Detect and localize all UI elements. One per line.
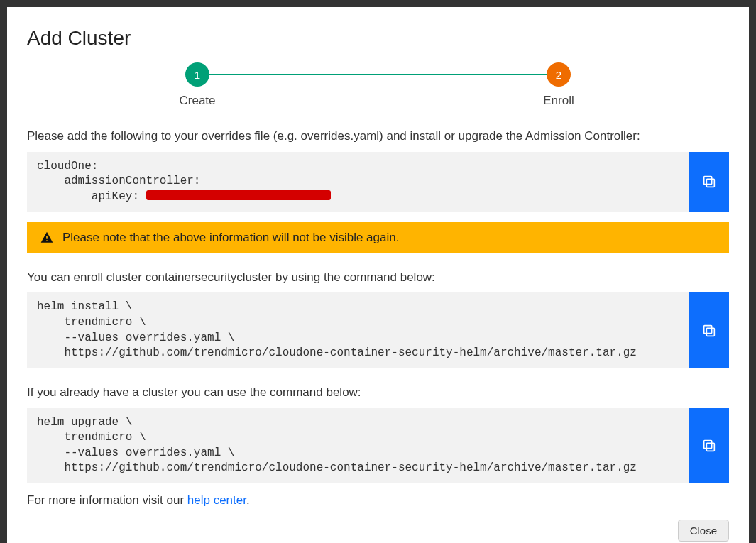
svg-rect-0	[706, 180, 714, 187]
overrides-code-block: cloudOne: admissionController: apiKey:	[27, 152, 729, 212]
step-2-label: Enroll	[543, 94, 574, 108]
svg-rect-1	[704, 177, 712, 185]
enroll-instruction: You can enroll cluster containersecurity…	[27, 269, 729, 286]
svg-rect-6	[706, 443, 714, 451]
install-code-block: helm install \ trendmicro \ --values ove…	[27, 292, 729, 368]
copy-install-button[interactable]	[689, 292, 729, 368]
step-2-circle: 2	[547, 62, 571, 87]
svg-rect-3	[46, 240, 48, 241]
copy-upgrade-button[interactable]	[689, 408, 729, 483]
api-key-redacted	[146, 190, 331, 200]
copy-icon	[701, 323, 717, 339]
copy-icon	[701, 438, 717, 454]
add-cluster-modal: Add Cluster 1 Create 2 Enroll Please add…	[7, 7, 749, 543]
upgrade-code: helm upgrade \ trendmicro \ --values ove…	[27, 408, 689, 483]
svg-rect-4	[706, 328, 714, 336]
copy-overrides-button[interactable]	[689, 152, 729, 212]
help-line: For more information visit our help cent…	[27, 493, 729, 508]
svg-rect-2	[46, 236, 48, 238]
help-center-link[interactable]: help center	[187, 493, 246, 507]
step-enroll: 2 Enroll	[537, 62, 580, 108]
upgrade-code-block: helm upgrade \ trendmicro \ --values ove…	[27, 408, 729, 483]
install-code: helm install \ trendmicro \ --values ove…	[27, 292, 689, 368]
svg-rect-7	[704, 440, 712, 448]
help-suffix: .	[246, 493, 250, 507]
stepper-line	[197, 74, 559, 75]
upgrade-instruction: If you already have a cluster you can us…	[27, 384, 729, 401]
overrides-code: cloudOne: admissionController: apiKey:	[27, 152, 689, 212]
modal-title: Add Cluster	[27, 27, 729, 50]
modal-footer: Close	[27, 508, 729, 542]
svg-rect-5	[704, 325, 712, 333]
copy-icon	[701, 174, 717, 190]
close-button[interactable]: Close	[678, 520, 729, 542]
step-1-circle: 1	[185, 62, 209, 87]
warning-text: Please note that the above information w…	[62, 231, 399, 245]
help-prefix: For more information visit our	[27, 493, 187, 507]
stepper: 1 Create 2 Enroll	[176, 62, 580, 108]
step-create: 1 Create	[176, 62, 219, 108]
warning-icon	[40, 231, 54, 245]
warning-banner: Please note that the above information w…	[27, 222, 729, 253]
step-1-label: Create	[179, 94, 215, 108]
overrides-instruction: Please add the following to your overrid…	[27, 128, 729, 145]
